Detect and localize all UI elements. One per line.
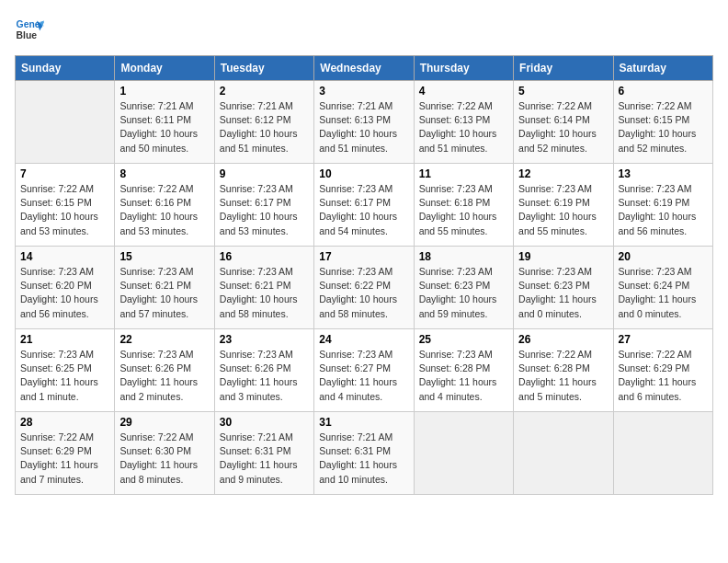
day-number: 17 [319,250,408,263]
day-info: Sunrise: 7:22 AM Sunset: 6:16 PM Dayligh… [119,182,209,238]
day-info: Sunrise: 7:23 AM Sunset: 6:21 PM Dayligh… [119,265,209,321]
calendar-cell: 28Sunrise: 7:22 AM Sunset: 6:29 PM Dayli… [16,412,115,495]
day-info: Sunrise: 7:22 AM Sunset: 6:29 PM Dayligh… [20,431,109,487]
weekday-header-tuesday: Tuesday [214,56,313,81]
calendar-cell: 25Sunrise: 7:23 AM Sunset: 6:28 PM Dayli… [414,329,513,412]
calendar-cell: 2Sunrise: 7:21 AM Sunset: 6:12 PM Daylig… [214,81,313,164]
weekday-header-friday: Friday [514,56,613,81]
day-info: Sunrise: 7:22 AM Sunset: 6:15 PM Dayligh… [619,99,708,155]
calendar-cell: 9Sunrise: 7:23 AM Sunset: 6:17 PM Daylig… [214,164,313,247]
calendar-week-4: 21Sunrise: 7:23 AM Sunset: 6:25 PM Dayli… [16,329,713,412]
day-number: 16 [220,250,309,263]
calendar-cell: 11Sunrise: 7:23 AM Sunset: 6:18 PM Dayli… [414,164,513,247]
day-number: 26 [518,333,608,346]
day-number: 8 [119,167,209,180]
day-info: Sunrise: 7:23 AM Sunset: 6:17 PM Dayligh… [319,182,408,238]
day-info: Sunrise: 7:21 AM Sunset: 6:31 PM Dayligh… [319,431,408,487]
day-info: Sunrise: 7:22 AM Sunset: 6:14 PM Dayligh… [518,99,608,155]
calendar-cell: 1Sunrise: 7:21 AM Sunset: 6:11 PM Daylig… [115,81,214,164]
logo-icon: General Blue [15,15,44,44]
day-number: 12 [518,167,608,180]
day-number: 2 [220,85,309,98]
day-number: 15 [119,250,209,263]
weekday-header-wednesday: Wednesday [314,56,414,81]
page-header: General Blue [15,15,713,44]
day-info: Sunrise: 7:23 AM Sunset: 6:23 PM Dayligh… [419,265,508,321]
day-number: 19 [518,250,608,263]
calendar-cell: 27Sunrise: 7:22 AM Sunset: 6:29 PM Dayli… [613,329,712,412]
day-number: 13 [619,167,708,180]
day-info: Sunrise: 7:23 AM Sunset: 6:25 PM Dayligh… [20,348,109,404]
day-number: 25 [419,333,508,346]
calendar-week-1: 1Sunrise: 7:21 AM Sunset: 6:11 PM Daylig… [16,81,713,164]
day-number: 7 [20,167,109,180]
day-info: Sunrise: 7:22 AM Sunset: 6:30 PM Dayligh… [119,431,209,487]
logo: General Blue [15,15,48,44]
day-info: Sunrise: 7:22 AM Sunset: 6:29 PM Dayligh… [619,348,708,404]
day-number: 10 [319,167,408,180]
day-number: 14 [20,250,109,263]
calendar-cell: 5Sunrise: 7:22 AM Sunset: 6:14 PM Daylig… [514,81,613,164]
calendar-cell [613,412,712,495]
calendar-cell: 26Sunrise: 7:22 AM Sunset: 6:28 PM Dayli… [514,329,613,412]
calendar-cell: 14Sunrise: 7:23 AM Sunset: 6:20 PM Dayli… [16,247,115,329]
day-number: 27 [619,333,708,346]
day-number: 1 [119,85,209,98]
day-number: 30 [220,416,309,429]
calendar-cell: 29Sunrise: 7:22 AM Sunset: 6:30 PM Dayli… [115,412,214,495]
day-number: 9 [220,167,309,180]
day-info: Sunrise: 7:23 AM Sunset: 6:28 PM Dayligh… [419,348,508,404]
calendar-week-5: 28Sunrise: 7:22 AM Sunset: 6:29 PM Dayli… [16,412,713,495]
day-info: Sunrise: 7:23 AM Sunset: 6:20 PM Dayligh… [20,265,109,321]
day-info: Sunrise: 7:21 AM Sunset: 6:13 PM Dayligh… [319,99,408,155]
day-info: Sunrise: 7:22 AM Sunset: 6:28 PM Dayligh… [518,348,608,404]
day-info: Sunrise: 7:22 AM Sunset: 6:15 PM Dayligh… [20,182,109,238]
day-number: 31 [319,416,408,429]
day-info: Sunrise: 7:23 AM Sunset: 6:18 PM Dayligh… [419,182,508,238]
day-number: 18 [419,250,508,263]
day-number: 20 [619,250,708,263]
calendar-table: SundayMondayTuesdayWednesdayThursdayFrid… [15,55,713,495]
day-info: Sunrise: 7:23 AM Sunset: 6:21 PM Dayligh… [220,265,309,321]
calendar-week-2: 7Sunrise: 7:22 AM Sunset: 6:15 PM Daylig… [16,164,713,247]
calendar-cell: 24Sunrise: 7:23 AM Sunset: 6:27 PM Dayli… [314,329,414,412]
calendar-cell: 22Sunrise: 7:23 AM Sunset: 6:26 PM Dayli… [115,329,214,412]
weekday-header-thursday: Thursday [414,56,513,81]
calendar-cell: 10Sunrise: 7:23 AM Sunset: 6:17 PM Dayli… [314,164,414,247]
weekday-header-row: SundayMondayTuesdayWednesdayThursdayFrid… [16,56,713,81]
day-info: Sunrise: 7:23 AM Sunset: 6:27 PM Dayligh… [319,348,408,404]
day-number: 6 [619,85,708,98]
calendar-cell [514,412,613,495]
weekday-header-saturday: Saturday [613,56,712,81]
day-number: 21 [20,333,109,346]
day-info: Sunrise: 7:21 AM Sunset: 6:31 PM Dayligh… [220,431,309,487]
calendar-cell: 18Sunrise: 7:23 AM Sunset: 6:23 PM Dayli… [414,247,513,329]
day-info: Sunrise: 7:22 AM Sunset: 6:13 PM Dayligh… [419,99,508,155]
day-info: Sunrise: 7:23 AM Sunset: 6:23 PM Dayligh… [518,265,608,321]
calendar-cell [414,412,513,495]
day-info: Sunrise: 7:23 AM Sunset: 6:19 PM Dayligh… [619,182,708,238]
calendar-cell: 13Sunrise: 7:23 AM Sunset: 6:19 PM Dayli… [613,164,712,247]
day-info: Sunrise: 7:23 AM Sunset: 6:17 PM Dayligh… [220,182,309,238]
calendar-cell: 31Sunrise: 7:21 AM Sunset: 6:31 PM Dayli… [314,412,414,495]
day-number: 3 [319,85,408,98]
day-number: 28 [20,416,109,429]
svg-text:Blue: Blue [17,30,38,40]
day-number: 23 [220,333,309,346]
calendar-cell: 7Sunrise: 7:22 AM Sunset: 6:15 PM Daylig… [16,164,115,247]
day-info: Sunrise: 7:23 AM Sunset: 6:19 PM Dayligh… [518,182,608,238]
day-info: Sunrise: 7:23 AM Sunset: 6:26 PM Dayligh… [119,348,209,404]
calendar-cell: 19Sunrise: 7:23 AM Sunset: 6:23 PM Dayli… [514,247,613,329]
day-info: Sunrise: 7:23 AM Sunset: 6:24 PM Dayligh… [619,265,708,321]
calendar-cell: 21Sunrise: 7:23 AM Sunset: 6:25 PM Dayli… [16,329,115,412]
calendar-cell: 20Sunrise: 7:23 AM Sunset: 6:24 PM Dayli… [613,247,712,329]
day-number: 22 [119,333,209,346]
weekday-header-sunday: Sunday [16,56,115,81]
day-info: Sunrise: 7:21 AM Sunset: 6:11 PM Dayligh… [119,99,209,155]
day-info: Sunrise: 7:21 AM Sunset: 6:12 PM Dayligh… [220,99,309,155]
day-number: 5 [518,85,608,98]
calendar-cell: 6Sunrise: 7:22 AM Sunset: 6:15 PM Daylig… [613,81,712,164]
calendar-cell: 23Sunrise: 7:23 AM Sunset: 6:26 PM Dayli… [214,329,313,412]
calendar-cell: 30Sunrise: 7:21 AM Sunset: 6:31 PM Dayli… [214,412,313,495]
day-number: 4 [419,85,508,98]
